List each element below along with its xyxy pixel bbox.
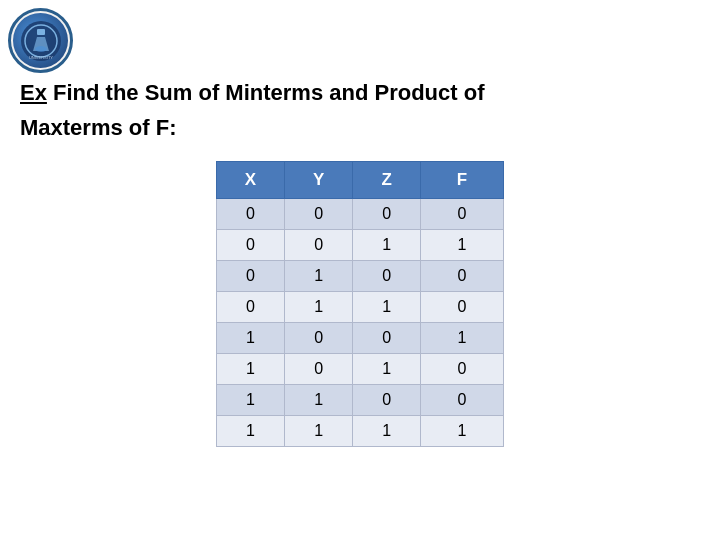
cell-z-2: 0 bbox=[353, 260, 420, 291]
cell-y-4: 0 bbox=[285, 322, 353, 353]
cell-y-0: 0 bbox=[285, 198, 353, 229]
truth-table: X Y Z F 00000011010001101001101011001111 bbox=[216, 161, 504, 447]
table-row: 0011 bbox=[216, 229, 503, 260]
cell-z-7: 1 bbox=[353, 415, 420, 446]
col-header-z: Z bbox=[353, 161, 420, 198]
cell-y-7: 1 bbox=[285, 415, 353, 446]
cell-x-0: 0 bbox=[216, 198, 284, 229]
ex-label: Ex bbox=[20, 80, 47, 105]
cell-f-1: 1 bbox=[420, 229, 503, 260]
cell-f-4: 1 bbox=[420, 322, 503, 353]
col-header-x: X bbox=[216, 161, 284, 198]
table-row: 0100 bbox=[216, 260, 503, 291]
cell-x-7: 1 bbox=[216, 415, 284, 446]
cell-z-4: 0 bbox=[353, 322, 420, 353]
cell-f-2: 0 bbox=[420, 260, 503, 291]
cell-z-1: 1 bbox=[353, 229, 420, 260]
table-row: 1111 bbox=[216, 415, 503, 446]
col-header-y: Y bbox=[285, 161, 353, 198]
cell-x-5: 1 bbox=[216, 353, 284, 384]
svg-point-4 bbox=[35, 46, 47, 52]
cell-x-2: 0 bbox=[216, 260, 284, 291]
university-logo: UNIVERSITY bbox=[8, 8, 73, 73]
cell-f-5: 0 bbox=[420, 353, 503, 384]
col-header-f: F bbox=[420, 161, 503, 198]
cell-f-7: 1 bbox=[420, 415, 503, 446]
title-line-2: Maxterms of F: bbox=[20, 115, 700, 141]
cell-y-1: 0 bbox=[285, 229, 353, 260]
cell-x-3: 0 bbox=[216, 291, 284, 322]
table-row: 1001 bbox=[216, 322, 503, 353]
table-row: 0000 bbox=[216, 198, 503, 229]
cell-y-2: 1 bbox=[285, 260, 353, 291]
table-row: 1100 bbox=[216, 384, 503, 415]
cell-f-6: 0 bbox=[420, 384, 503, 415]
svg-text:UNIVERSITY: UNIVERSITY bbox=[28, 55, 52, 60]
table-header-row: X Y Z F bbox=[216, 161, 503, 198]
main-content: Ex Find the Sum of Minterms and Product … bbox=[20, 78, 700, 447]
cell-f-3: 0 bbox=[420, 291, 503, 322]
cell-y-6: 1 bbox=[285, 384, 353, 415]
svg-rect-2 bbox=[37, 29, 45, 35]
cell-z-6: 0 bbox=[353, 384, 420, 415]
cell-z-5: 1 bbox=[353, 353, 420, 384]
cell-z-0: 0 bbox=[353, 198, 420, 229]
cell-z-3: 1 bbox=[353, 291, 420, 322]
cell-y-3: 1 bbox=[285, 291, 353, 322]
title-line-1: Ex Find the Sum of Minterms and Product … bbox=[20, 78, 700, 109]
truth-table-container: X Y Z F 00000011010001101001101011001111 bbox=[20, 161, 700, 447]
cell-y-5: 0 bbox=[285, 353, 353, 384]
title-text-1: Find the Sum of Minterms and Product of bbox=[47, 80, 485, 105]
cell-x-6: 1 bbox=[216, 384, 284, 415]
cell-f-0: 0 bbox=[420, 198, 503, 229]
cell-x-4: 1 bbox=[216, 322, 284, 353]
table-row: 0110 bbox=[216, 291, 503, 322]
table-row: 1010 bbox=[216, 353, 503, 384]
cell-x-1: 0 bbox=[216, 229, 284, 260]
